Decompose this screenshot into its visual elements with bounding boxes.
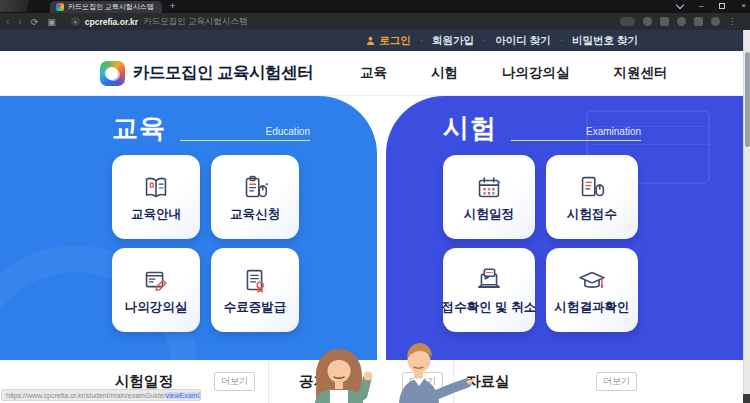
site-logo[interactable]: 카드모집인 교육시험센터 bbox=[100, 61, 313, 86]
browser-menu-icon[interactable]: ⋮ bbox=[728, 17, 736, 26]
nav-item-education[interactable]: 교육 bbox=[360, 64, 387, 82]
extension-icon[interactable] bbox=[677, 17, 686, 26]
card-exam-schedule[interactable]: 시험일정 bbox=[443, 155, 535, 239]
clipboard-mouse-icon bbox=[238, 171, 272, 205]
section-title: 공지사항 bbox=[299, 372, 357, 391]
card-education-apply[interactable]: 교육신청 bbox=[211, 155, 299, 239]
exam-title: 시험 bbox=[443, 115, 497, 141]
nav-item-support[interactable]: 지원센터 bbox=[614, 64, 668, 82]
education-card-grid: 교육안내 교육신청 bbox=[112, 155, 310, 332]
card-label: 교육신청 bbox=[230, 206, 280, 223]
restore-button[interactable] bbox=[719, 3, 725, 9]
calendar-icon bbox=[472, 171, 506, 205]
url-domain: cpcrefia.or.kr bbox=[85, 17, 138, 27]
extension-icon[interactable] bbox=[643, 17, 652, 26]
document-pencil-icon bbox=[139, 264, 173, 298]
translate-icon[interactable] bbox=[620, 17, 635, 26]
utility-bar: 로그인 · 회원가입 · 아이디 찾기 · 비밀번호 찾기 bbox=[0, 30, 750, 51]
card-label: 수료증발급 bbox=[224, 299, 287, 316]
card-label: 나의강의실 bbox=[125, 299, 188, 316]
minimize-button[interactable]: – bbox=[699, 1, 703, 11]
find-password-link[interactable]: 비밀번호 찾기 bbox=[572, 34, 638, 48]
more-button[interactable]: 더보기 bbox=[214, 372, 255, 391]
site-title: 카드모집인 교육시험센터 bbox=[133, 62, 313, 84]
separator-dot: · bbox=[560, 35, 563, 46]
extension-icons: ⋮ bbox=[620, 17, 736, 26]
close-button[interactable]: × bbox=[741, 1, 746, 11]
bottom-notice: 공지사항 더보기 bbox=[268, 360, 453, 403]
browser-tab[interactable]: 카드모집인 교육시험시스템 bbox=[50, 1, 162, 13]
graduation-cap-icon bbox=[575, 264, 609, 298]
card-label: 시험결과확인 bbox=[555, 299, 630, 316]
person-icon bbox=[366, 36, 375, 45]
address-bar[interactable]: • cpcrefia.or.kr 카드모집인 교육시험시스템 bbox=[71, 16, 611, 28]
lock-icon[interactable]: • bbox=[71, 17, 80, 26]
card-label: 접수확인 및 취소 bbox=[442, 299, 536, 316]
exam-subtitle: Examination bbox=[511, 126, 641, 141]
education-title: 교육 bbox=[112, 115, 166, 141]
main-nav: 교육 시험 나의강의실 지원센터 bbox=[360, 51, 668, 95]
separator-dot: · bbox=[483, 35, 486, 46]
status-url-text: https://www.cpcrefia.or.kr/student/main/… bbox=[6, 392, 166, 399]
profile-icon[interactable] bbox=[711, 17, 720, 26]
nav-item-my-classroom[interactable]: 나의강의실 bbox=[502, 64, 570, 82]
browser-toolbar: ‹ › ⟳ ▣ • cpcrefia.or.kr 카드모집인 교육시험시스템 ⋮ bbox=[0, 13, 750, 30]
nav-item-exam[interactable]: 시험 bbox=[431, 64, 458, 82]
card-label: 시험접수 bbox=[567, 206, 617, 223]
page-scrollbar[interactable] bbox=[743, 30, 750, 403]
education-panel: 교육 Education 교육안내 bbox=[0, 96, 377, 360]
exam-panel: 시험 Examination 시험일정 bbox=[386, 96, 750, 360]
bottom-archive: 자료실 더보기 bbox=[453, 360, 750, 403]
window-edge-decoration bbox=[0, 0, 50, 12]
card-application-check-cancel[interactable]: 접수확인 및 취소 bbox=[443, 248, 535, 332]
browser-tab-bar: 카드모집인 교육시험시스템 + – × bbox=[0, 0, 750, 13]
window-controls: – × bbox=[677, 1, 746, 11]
signup-link[interactable]: 회원가입 bbox=[432, 34, 474, 48]
site-logo-icon bbox=[100, 61, 125, 86]
forward-icon[interactable]: › bbox=[18, 17, 21, 27]
certificate-ribbon-icon bbox=[238, 264, 272, 298]
scrollbar-corner bbox=[743, 394, 750, 403]
login-link[interactable]: 로그인 bbox=[366, 34, 411, 48]
new-tab-button[interactable]: + bbox=[170, 2, 175, 11]
education-panel-header: 교육 Education bbox=[112, 115, 310, 141]
split-view-icon[interactable] bbox=[694, 17, 703, 26]
refresh-icon[interactable]: ⟳ bbox=[31, 17, 39, 27]
more-button[interactable]: 더보기 bbox=[596, 372, 637, 391]
tab-title: 카드모집인 교육시험시스템 bbox=[68, 2, 154, 12]
card-my-classroom[interactable]: 나의강의실 bbox=[112, 248, 200, 332]
document-mouse-icon bbox=[575, 171, 609, 205]
card-education-guide[interactable]: 교육안내 bbox=[112, 155, 200, 239]
status-url-tooltip: https://www.cpcrefia.or.kr/student/main/… bbox=[1, 389, 201, 401]
url-page-title: 카드모집인 교육시험시스템 bbox=[143, 16, 247, 28]
card-certificate-issue[interactable]: 수료증발급 bbox=[211, 248, 299, 332]
status-url-highlight: viewExamGuide.do bbox=[166, 392, 201, 399]
sidebar-icon[interactable]: ▣ bbox=[47, 17, 56, 27]
back-icon[interactable]: ‹ bbox=[6, 17, 9, 27]
tab-search-chevron-icon[interactable] bbox=[676, 1, 684, 9]
section-title: 자료실 bbox=[466, 372, 510, 391]
site-favicon bbox=[56, 3, 64, 11]
login-label: 로그인 bbox=[379, 34, 411, 48]
exam-panel-header: 시험 Examination bbox=[443, 115, 641, 141]
main-panels: 교육 Education 교육안내 bbox=[0, 96, 750, 360]
site-header: 카드모집인 교육시험센터 교육 시험 나의강의실 지원센터 bbox=[0, 51, 750, 96]
more-button[interactable]: 더보기 bbox=[402, 372, 443, 391]
exam-card-grid: 시험일정 시험접수 bbox=[443, 155, 641, 332]
education-subtitle: Education bbox=[180, 126, 310, 141]
screen: 카드모집인 교육시험시스템 + – × ‹ › ⟳ ▣ • cpcrefia.o… bbox=[0, 0, 750, 403]
extension-icon[interactable] bbox=[660, 17, 669, 26]
find-id-link[interactable]: 아이디 찾기 bbox=[495, 34, 550, 48]
card-label: 교육안내 bbox=[131, 206, 181, 223]
laptop-chat-icon bbox=[472, 264, 506, 298]
card-label: 시험일정 bbox=[464, 206, 514, 223]
open-book-icon bbox=[139, 171, 173, 205]
card-exam-apply[interactable]: 시험접수 bbox=[546, 155, 638, 239]
separator-dot: · bbox=[420, 35, 423, 46]
card-exam-result[interactable]: 시험결과확인 bbox=[546, 248, 638, 332]
scrollbar-thumb[interactable] bbox=[745, 52, 750, 147]
